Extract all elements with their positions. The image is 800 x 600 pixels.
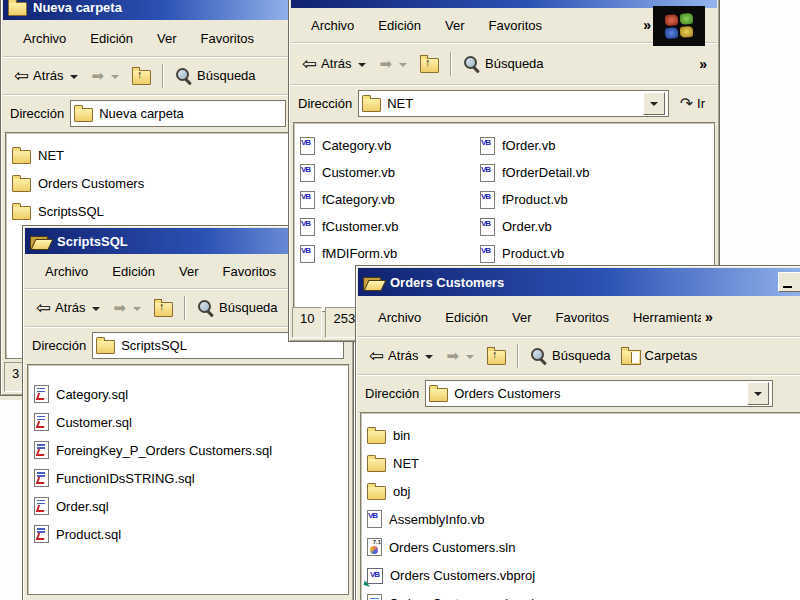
up-folder-icon [420,58,439,73]
menu-item-favoritos[interactable]: Favoritos [477,18,554,33]
file-column-2: VBfOrder.vbVBfOrderDetail.vbVBfProduct.v… [474,132,589,267]
up-button[interactable] [149,299,178,317]
titlebar[interactable]: Nueva carpeta [3,0,293,20]
up-button[interactable] [415,55,444,73]
address-input[interactable]: Nueva carpeta [70,100,286,127]
open-folder-icon [30,234,51,249]
menu-item-archivo[interactable]: Archivo [33,264,100,279]
minimize-button[interactable] [778,272,800,292]
search-label: Búsqueda [197,68,256,83]
list-item[interactable]: Order.sql [28,492,348,520]
address-label: Dirección [365,386,419,401]
address-label: Dirección [298,96,352,111]
folder-icon [8,2,27,16]
back-dropdown-icon [358,63,366,67]
back-arrow-icon: ⇦ [302,55,317,73]
list-item[interactable]: VBProduct.vb [474,240,589,267]
search-button[interactable]: Búsqueda [192,299,283,317]
list-item[interactable]: VBOrder.vb [474,213,589,240]
up-folder-icon [132,70,151,85]
list-item[interactable]: Orders Customers.vbproj.user [361,589,800,600]
toolbar-separator [184,296,186,320]
back-button[interactable]: ⇦ Atrás [31,299,108,317]
file-label: NET [393,456,419,471]
menu-item-ver[interactable]: Ver [145,31,189,46]
menu-item-herramientas[interactable]: Herramientas [621,310,701,325]
back-button[interactable]: ⇦ Atrás [297,55,374,73]
list-item[interactable]: VBfCustomer.vb [294,213,474,240]
menu-items: ArchivoEdiciónVerFavoritosHerramientas [366,310,701,325]
go-label: Ir [697,96,705,111]
list-item[interactable]: Customer.sql [28,408,348,436]
list-item[interactable]: NET [361,449,800,477]
list-item[interactable]: VBfCategory.vb [294,186,474,213]
forward-button[interactable]: ➡ [108,300,149,315]
file-label: fOrder.vb [502,138,555,153]
vb-file-icon: VB [367,510,382,528]
menu-item-edici-n[interactable]: Edición [100,264,167,279]
menu-item-archivo[interactable]: Archivo [299,18,366,33]
forward-button[interactable]: ➡ [374,56,415,71]
address-dropdown-button[interactable] [643,92,665,115]
list-item[interactable]: 7.1Orders Customers.sln [361,533,800,561]
list-item[interactable]: VBfMDIForm.vb [294,240,474,267]
file-label: Orders Customers.vbproj [390,568,535,583]
search-button[interactable]: Búsqueda [525,347,616,365]
menu-item-ver[interactable]: Ver [167,264,211,279]
list-item[interactable]: Orders Customers [6,169,290,197]
forward-arrow-icon: ➡ [446,348,459,363]
file-label: bin [393,428,410,443]
menu-item-favoritos[interactable]: Favoritos [211,264,288,279]
search-icon [197,299,215,317]
address-value: ScriptsSQL [121,338,187,353]
titlebar[interactable]: Orders Customers [358,268,800,296]
list-item[interactable]: obj [361,477,800,505]
list-item[interactable]: VBCategory.vb [294,132,474,159]
list-item[interactable]: VBfOrder.vb [474,132,589,159]
menu-overflow-chevron[interactable]: » [701,309,717,325]
menu-item-edici-n[interactable]: Edición [433,310,500,325]
menu-item-ver[interactable]: Ver [500,310,544,325]
toolbar-overflow-chevron[interactable]: » [695,56,711,72]
menu-item-edici-n[interactable]: Edición [78,31,145,46]
back-button[interactable]: ⇦ Atrás [9,67,86,85]
forward-button[interactable]: ➡ [86,68,127,83]
list-item[interactable]: VBfOrderDetail.vb [474,159,589,186]
sql-file-icon [34,385,49,403]
forward-button[interactable]: ➡ [441,348,482,363]
folder-icon [367,486,386,500]
file-column-1: VBCategory.vbVBCustomer.vbVBfCategory.vb… [294,132,474,267]
list-item[interactable]: bin [361,421,800,449]
search-button[interactable]: Búsqueda [458,55,549,73]
file-label: Order.vb [502,219,552,234]
list-item[interactable]: VBfProduct.vb [474,186,589,213]
search-button[interactable]: Búsqueda [170,67,261,85]
folders-button[interactable]: Carpetas [616,347,703,365]
list-item[interactable]: ScriptsSQL [6,197,290,225]
menu-item-archivo[interactable]: Archivo [11,31,78,46]
list-item[interactable]: VBCustomer.vb [294,159,474,186]
address-dropdown-button[interactable] [747,382,769,405]
list-item[interactable]: VBOrders Customers.vbproj [361,561,800,589]
list-item[interactable]: FunctionIDsSTRING.sql [28,464,348,492]
back-button[interactable]: ⇦ Atrás [364,347,441,365]
toolbar-separator [450,52,452,76]
list-item[interactable]: ForeingKey_P_Orders Customers.sql [28,436,348,464]
menu-item-archivo[interactable]: Archivo [366,310,433,325]
list-item[interactable]: VBAssemblyInfo.vb [361,505,800,533]
toolbar-separator [162,64,164,88]
list-item[interactable]: NET [6,141,290,169]
go-button[interactable]: ↷ Ir [675,96,710,112]
up-button[interactable] [482,347,511,365]
file-label: Product.vb [502,246,564,261]
list-item[interactable]: Product.sql [28,520,348,548]
menu-item-favoritos[interactable]: Favoritos [189,31,266,46]
menu-item-favoritos[interactable]: Favoritos [544,310,621,325]
menu-item-edici-n[interactable]: Edición [366,18,433,33]
up-button[interactable] [127,67,156,85]
address-input[interactable]: NET [358,90,668,117]
address-input[interactable]: Orders Customers [425,380,773,407]
menu-item-ver[interactable]: Ver [433,18,477,33]
menu-bar: ArchivoEdiciónVerFavoritosHerramientas » [358,298,800,337]
list-item[interactable]: Category.sql [28,380,348,408]
